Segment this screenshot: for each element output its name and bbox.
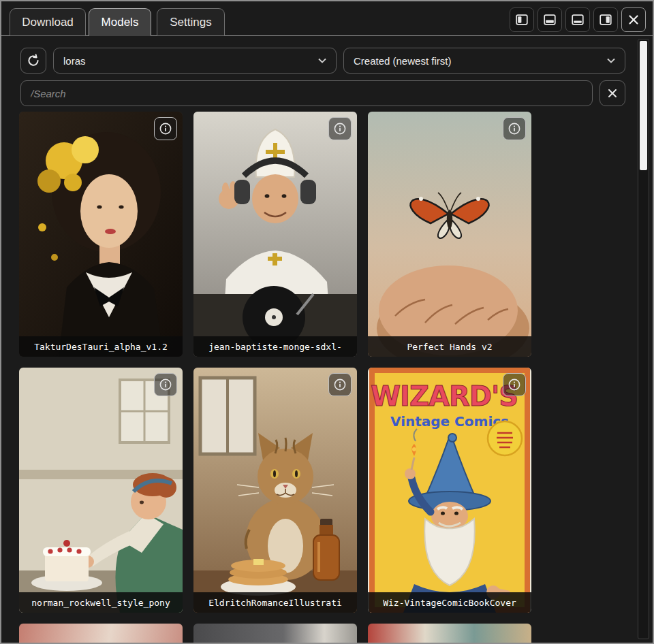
clear-search-button[interactable]: [600, 80, 625, 106]
model-type-select[interactable]: loras: [53, 48, 337, 74]
model-name: TakturDesTauri_alpha_v1.2: [19, 336, 183, 357]
tab-download-label: Download: [22, 16, 74, 29]
model-card[interactable]: [193, 624, 357, 644]
layout-dock-left-button[interactable]: [510, 7, 534, 32]
dock-bottom-icon: [571, 13, 585, 27]
model-info-button[interactable]: [154, 373, 177, 396]
info-icon: [508, 378, 521, 391]
model-thumbnail: [193, 368, 357, 613]
chevron-down-icon: [607, 58, 615, 63]
model-name: jean-baptiste-monge-sdxl-: [193, 336, 357, 357]
model-name: Perfect Hands v2: [368, 336, 531, 357]
model-info-button[interactable]: [503, 373, 526, 396]
model-info-button[interactable]: [328, 117, 352, 140]
refresh-icon: [26, 53, 41, 68]
model-name: EldritchRomanceIllustrati: [193, 592, 357, 613]
model-type-value: loras: [63, 55, 86, 67]
tab-bar: Download Models Settings: [1, 1, 653, 36]
model-browser-window: Download Models Settings: [0, 0, 654, 644]
model-card[interactable]: norman_rockwell_style_pony: [19, 368, 183, 613]
info-icon: [159, 378, 172, 391]
info-icon: [159, 122, 172, 135]
model-thumbnail: [193, 112, 357, 357]
model-thumbnail: [19, 368, 183, 613]
tab-settings-label: Settings: [170, 16, 211, 29]
sort-value: Created (newest first): [354, 55, 451, 67]
close-icon: [627, 14, 640, 26]
window-controls: [510, 7, 646, 32]
model-card[interactable]: [19, 624, 183, 644]
model-card[interactable]: WIZARD'S Vintage Comics: [368, 368, 531, 613]
split-bottom-icon: [543, 13, 557, 27]
model-card[interactable]: jean-baptiste-monge-sdxl-: [193, 112, 357, 357]
layout-dock-bottom-button[interactable]: [565, 7, 590, 32]
tab-settings[interactable]: Settings: [157, 8, 225, 36]
tab-download[interactable]: Download: [10, 8, 86, 36]
model-name: norman_rockwell_style_pony: [19, 592, 183, 613]
sort-select[interactable]: Created (newest first): [343, 48, 625, 74]
info-icon: [508, 122, 521, 135]
model-info-button[interactable]: [154, 117, 177, 140]
model-name: Wiz-VintageComicBookCover: [368, 592, 531, 613]
layout-split-bottom-button[interactable]: [538, 7, 562, 32]
model-card[interactable]: EldritchRomanceIllustrati: [193, 368, 357, 613]
model-card-grid: TakturDesTauri_alpha_v1.2: [19, 112, 531, 644]
dock-left-icon: [515, 13, 529, 27]
tab-models-label: Models: [102, 16, 139, 29]
model-thumbnail: WIZARD'S Vintage Comics: [368, 368, 531, 613]
model-info-button[interactable]: [503, 117, 526, 140]
info-icon: [333, 378, 347, 391]
model-thumbnail: [368, 112, 531, 357]
dock-right-icon: [599, 13, 612, 27]
scrollbar-thumb[interactable]: [640, 41, 647, 170]
info-icon: [333, 122, 347, 135]
model-card[interactable]: [368, 624, 531, 644]
tab-models[interactable]: Models: [89, 8, 151, 36]
search-input[interactable]: [20, 80, 593, 106]
chevron-down-icon: [318, 58, 326, 63]
vertical-scrollbar[interactable]: [638, 39, 649, 639]
model-card[interactable]: TakturDesTauri_alpha_v1.2: [19, 112, 183, 357]
cover-title: WIZARD'S: [371, 381, 518, 412]
model-thumbnail: [19, 112, 183, 357]
model-info-button[interactable]: [328, 373, 352, 396]
close-panel-button[interactable]: [621, 7, 646, 32]
refresh-button[interactable]: [20, 48, 46, 74]
clear-icon: [606, 87, 619, 99]
layout-dock-right-button[interactable]: [593, 7, 618, 32]
model-card[interactable]: Perfect Hands v2: [368, 112, 531, 357]
